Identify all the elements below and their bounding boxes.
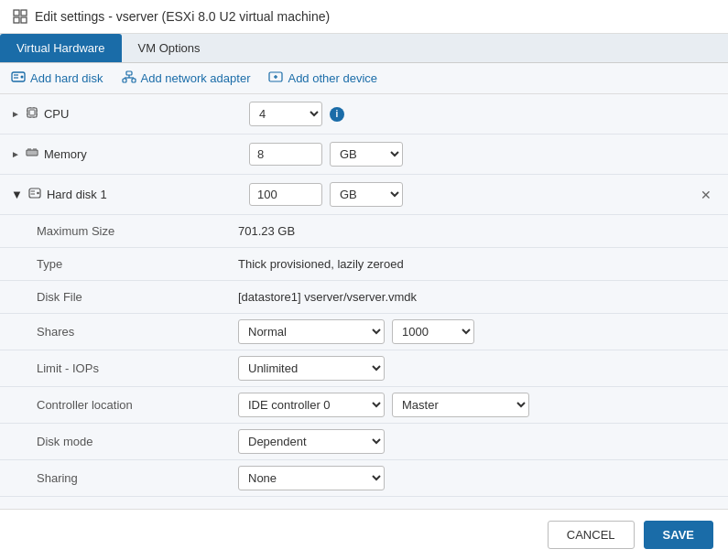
add-hard-disk-button[interactable]: Add hard disk <box>11 70 103 86</box>
hard-disk-icon <box>11 70 26 86</box>
svg-point-39 <box>37 192 39 195</box>
toolbar: Add hard disk Add network adapter <box>0 63 728 94</box>
svg-rect-10 <box>132 79 136 82</box>
memory-controls: 8 GB MB <box>249 142 717 167</box>
controller-location-label: Controller location <box>37 398 238 412</box>
disk-file-row: Disk File [datastore1] vserver/vserver.v… <box>0 281 728 314</box>
disk-mode-label: Disk mode <box>37 435 238 448</box>
type-value: Thick provisioned, lazily zeroed <box>238 257 404 271</box>
shares-select[interactable]: Normal Low High Custom <box>238 319 385 344</box>
network-icon <box>122 70 136 86</box>
disk-size-input[interactable]: 100 <box>249 183 322 206</box>
cpu-icon <box>26 106 38 122</box>
cpu-label-container: ► CPU <box>11 106 249 122</box>
max-size-label: Maximum Size <box>37 224 238 238</box>
shares-label: Shares <box>37 325 238 339</box>
svg-rect-8 <box>126 71 132 75</box>
memory-expand-icon[interactable]: ► <box>11 149 20 159</box>
dialog-title: Edit settings - vserver (ESXi 8.0 U2 vir… <box>35 9 330 24</box>
limit-iops-controls: Unlimited Custom <box>238 356 717 381</box>
cpu-label: CPU <box>44 107 69 121</box>
hard-disk-label: Hard disk 1 <box>47 188 107 201</box>
svg-rect-0 <box>14 10 19 16</box>
svg-rect-9 <box>123 79 126 82</box>
cpu-controls: 4 1 2 8 16 i <box>249 102 717 126</box>
dialog-titlebar: Edit settings - vserver (ESXi 8.0 U2 vir… <box>0 0 728 34</box>
cpu-row: ► CPU <box>0 94 728 135</box>
master-select[interactable]: Master Slave <box>392 393 529 417</box>
sharing-controls: None Multi-writer <box>238 466 717 490</box>
memory-label-container: ► Memory <box>11 146 249 162</box>
cpu-select[interactable]: 4 1 2 8 16 <box>249 102 322 126</box>
controller-location-controls: IDE controller 0 IDE controller 1 SCSI c… <box>238 393 717 417</box>
hard-disk-icon-sm <box>28 188 41 201</box>
sharing-label: Sharing <box>37 471 238 485</box>
controller-select[interactable]: IDE controller 0 IDE controller 1 SCSI c… <box>238 393 385 417</box>
save-button[interactable]: SAVE <box>644 521 713 549</box>
svg-rect-3 <box>21 17 27 23</box>
controller-location-row: Controller location IDE controller 0 IDE… <box>0 387 728 424</box>
memory-unit-select[interactable]: GB MB <box>330 142 403 167</box>
disk-file-label: Disk File <box>37 290 238 304</box>
hard-disk-size-controls: 100 GB MB TB ✕ <box>249 182 717 207</box>
svg-rect-2 <box>14 17 19 23</box>
tab-virtual-hardware[interactable]: Virtual Hardware <box>0 34 122 62</box>
shares-row: Shares Normal Low High Custom 1000 <box>0 314 728 350</box>
hard-disk-label-container[interactable]: ▼ Hard disk 1 <box>11 188 249 201</box>
cancel-button[interactable]: CANCEL <box>548 521 635 549</box>
limit-iops-select[interactable]: Unlimited Custom <box>238 356 385 381</box>
shares-value-select[interactable]: 1000 <box>392 319 474 344</box>
edit-settings-dialog: Edit settings - vserver (ESXi 8.0 U2 vir… <box>0 0 728 560</box>
disk-unit-select[interactable]: GB MB TB <box>330 182 403 207</box>
add-other-device-label: Add other device <box>288 71 377 85</box>
memory-icon <box>26 146 38 162</box>
dialog-footer: CANCEL SAVE <box>0 509 728 560</box>
limit-iops-row: Limit - IOPs Unlimited Custom <box>0 350 728 387</box>
cpu-expand-icon[interactable]: ► <box>11 109 20 119</box>
add-network-adapter-button[interactable]: Add network adapter <box>122 70 251 86</box>
sharing-select[interactable]: None Multi-writer <box>238 466 385 490</box>
max-size-row: Maximum Size 701.23 GB <box>0 215 728 248</box>
disk-mode-controls: Dependent Independent - persistent Indep… <box>238 429 717 454</box>
add-hard-disk-label: Add hard disk <box>30 71 103 85</box>
other-device-icon <box>268 70 283 86</box>
disk-mode-row: Disk mode Dependent Independent - persis… <box>0 424 728 460</box>
svg-point-5 <box>21 76 24 79</box>
settings-icon <box>13 9 27 24</box>
memory-row: ► Memory <box>0 135 728 175</box>
memory-label: Memory <box>44 147 87 161</box>
cpu-info-icon[interactable]: i <box>330 107 344 122</box>
type-row: Type Thick provisioned, lazily zeroed <box>0 248 728 281</box>
disk-mode-select[interactable]: Dependent Independent - persistent Indep… <box>238 429 385 454</box>
disk-file-value: [datastore1] vserver/vserver.vmdk <box>238 290 417 304</box>
svg-rect-1 <box>21 10 27 16</box>
settings-content: ► CPU <box>0 94 728 509</box>
tab-bar: Virtual Hardware VM Options <box>0 34 728 63</box>
add-other-device-button[interactable]: Add other device <box>268 70 377 86</box>
hard-disk-expand-icon: ▼ <box>11 188 23 201</box>
tab-vm-options[interactable]: VM Options <box>122 34 217 62</box>
remove-hard-disk-button[interactable]: ✕ <box>695 186 717 204</box>
max-size-value: 701.23 GB <box>238 224 295 238</box>
shares-controls: Normal Low High Custom 1000 <box>238 319 717 344</box>
add-network-adapter-label: Add network adapter <box>141 71 251 85</box>
sharing-row: Sharing None Multi-writer <box>0 460 728 497</box>
type-label: Type <box>37 257 238 271</box>
hard-disk-header-row: ▼ Hard disk 1 100 GB MB TB <box>0 175 728 215</box>
limit-iops-label: Limit - IOPs <box>37 361 238 375</box>
memory-input[interactable]: 8 <box>249 143 322 166</box>
svg-rect-19 <box>29 110 35 115</box>
